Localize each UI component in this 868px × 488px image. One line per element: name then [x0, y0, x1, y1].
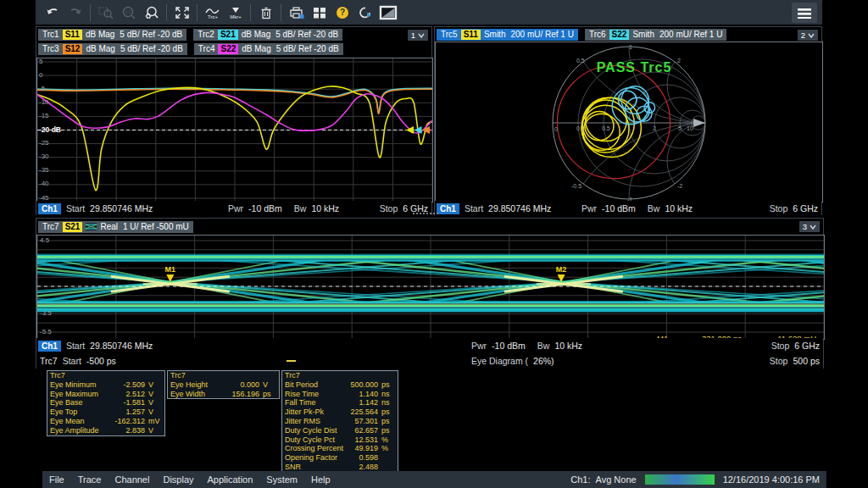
window1-number: 1 — [411, 30, 415, 40]
status-area: Ch1: Avg None 12/16/2019 4:00:16 PM — [570, 474, 820, 485]
table-row: Jitter RMS57.301ps — [282, 417, 398, 426]
trace-format: dB Mag — [242, 30, 270, 39]
menu-item-help[interactable]: Help — [311, 474, 331, 485]
menu-item-display[interactable]: Display — [163, 474, 193, 485]
window3-selector[interactable]: 3 — [799, 221, 820, 232]
trace-format: Real — [100, 222, 118, 231]
smith-reactance-label: -2 — [677, 183, 682, 189]
trace-pill-trc5[interactable]: Trc5S11Smith200 mU/ Ref 1 U — [437, 29, 578, 41]
trace-label-row-2: Trc3S12dB Mag5 dB/ Ref -20 dBTrc4S22dB M… — [36, 42, 431, 56]
window1-selector[interactable]: 1 — [408, 30, 428, 41]
stop-value: 6 GHz — [794, 341, 820, 351]
trace-id: Trc3 — [42, 44, 59, 53]
table-row: Crossing Percent49.919% — [282, 444, 398, 453]
status-avg-label: Avg None — [596, 474, 637, 485]
sparam-badge: S21 — [63, 222, 83, 232]
trace-pill-trc6[interactable]: Trc6S22Smith200 mU/ Ref 1 U — [585, 29, 726, 41]
smith-chart-plot[interactable]: 00.20.5125100.512-0.5-1-2 — [435, 42, 823, 202]
menu-button[interactable] — [792, 3, 817, 23]
restart-sweep-button[interactable] — [353, 3, 376, 23]
zoom-settings-icon — [144, 6, 159, 19]
add-trace-button[interactable]: Trc+ — [201, 3, 224, 23]
trace-scale: 5 dB/ Ref -20 dB — [275, 30, 338, 39]
pwr-label: Pwr — [228, 203, 243, 214]
window1-channel-bar[interactable]: Ch1 Start 29.850746 MHz Pwr -10 dBm Bw 1… — [36, 201, 431, 216]
help-button[interactable]: ? — [331, 3, 353, 23]
zoom-selection-button[interactable] — [94, 3, 117, 23]
add-marker-button[interactable]: Mkr+ — [224, 3, 247, 23]
menu-item-file[interactable]: File — [49, 474, 64, 485]
svg-text:1:1: 1:1 — [125, 9, 131, 14]
chevron-down-icon — [810, 225, 816, 230]
undo-button[interactable] — [41, 3, 64, 23]
stop-label: Stop — [770, 203, 788, 214]
zoom-settings-button[interactable] — [140, 3, 163, 23]
trace-format: Smith — [632, 30, 654, 39]
trace-format: dB Mag — [242, 44, 270, 53]
trace-pill-trc1[interactable]: Trc1S11dB Mag5 dB/ Ref -20 dB — [38, 29, 186, 41]
trace-id: Trc5 — [441, 30, 458, 39]
add-marker-icon: Mkr+ — [227, 6, 244, 19]
chevron-down-icon — [808, 33, 815, 38]
smith-axis-arrow — [693, 119, 705, 127]
trace-id: Trc4 — [198, 44, 215, 53]
bw-label: Bw — [294, 203, 307, 214]
table-row: Eye Mean-162.312mV — [47, 417, 164, 426]
trace-pill-trc3[interactable]: Trc3S12dB Mag5 dB/ Ref -20 dB — [38, 43, 187, 55]
trace-id: Trc7 — [42, 222, 59, 231]
trace-format: dB Mag — [86, 30, 114, 39]
print-icon — [288, 6, 305, 19]
window2-selector[interactable]: 2 — [798, 30, 818, 41]
zoom-1to1-button[interactable]: 1:1 — [117, 3, 140, 23]
smith-reactance-label: 2 — [677, 58, 681, 64]
sparam-badge: S11 — [461, 30, 481, 40]
table-row: Fall Time1.142ns — [282, 398, 398, 408]
table-row: Eye Base-1.581V — [47, 398, 164, 408]
menu-item-system[interactable]: System — [266, 474, 298, 485]
table-row: Duty Cycle Dist62.657ps — [282, 426, 398, 435]
window-splitter-handle[interactable] — [413, 213, 438, 214]
trace-id: Trc1 — [42, 30, 59, 39]
trace-pill-trc7[interactable]: Trc7S21Real1 U/ Ref -500 mU — [38, 221, 193, 233]
trace-id: Trc2 — [198, 30, 214, 39]
table-row: Opening Factor0.598 — [282, 453, 398, 463]
start-value: 29.850746 MHz — [488, 203, 551, 214]
sparam-badge: S21 — [218, 30, 238, 40]
window3-trace-bar[interactable]: Trc7 Start -500 ps Eye Diagram ( 26%) St… — [36, 353, 823, 369]
start-label: Start — [66, 203, 85, 214]
menu-item-channel[interactable]: Channel — [114, 474, 149, 485]
status-channel-label: Ch1: — [570, 474, 590, 485]
ref-level-arrow[interactable] — [431, 126, 434, 134]
delete-button[interactable] — [254, 3, 277, 23]
start-value: -500 ps — [86, 356, 116, 366]
fullscreen-button[interactable] — [170, 3, 193, 23]
sparam-badge: S11 — [63, 30, 82, 40]
menu-item-application[interactable]: Application — [208, 474, 253, 485]
window2-channel-bar[interactable]: Ch1 Start 29.850746 MHz Pwr -10 dBm Bw 1… — [435, 201, 821, 216]
channel-badge: Ch1 — [38, 341, 61, 352]
pwr-label: Pwr — [471, 341, 487, 351]
screenshot-button[interactable] — [376, 3, 399, 23]
eye-diagram-plot[interactable]: M1M2 — [36, 235, 825, 340]
menu-item-trace[interactable]: Trace — [78, 474, 102, 485]
eye-diagram-status-label: Eye Diagram ( — [471, 356, 528, 366]
bottom-bar: FileTraceChannelDisplayApplicationSystem… — [42, 471, 826, 488]
window2-number: 2 — [801, 30, 805, 40]
trace-scale: 5 dB/ Ref -20 dB — [276, 44, 339, 53]
trace-format: Smith — [484, 30, 506, 39]
print-button[interactable] — [285, 3, 308, 23]
magnitude-plot[interactable] — [36, 58, 433, 202]
stop-label: Stop — [771, 341, 790, 351]
windows-button[interactable] — [308, 3, 331, 23]
smith-axis-label: 0 — [554, 126, 558, 132]
table-title: Trc7 — [282, 371, 398, 380]
channel-badge: Ch1 — [437, 203, 459, 214]
start-value: 29.850746 MHz — [90, 341, 153, 351]
redo-button[interactable] — [64, 3, 86, 23]
trace-pill-trc2[interactable]: Trc2S21dB Mag5 dB/ Ref -20 dB — [193, 29, 342, 41]
undo-icon — [45, 6, 60, 19]
window3-channel-bar[interactable]: Ch1 Start 29.850746 MHz Pwr -10 dBm Bw 1… — [36, 338, 823, 353]
zoom-selection-icon — [98, 6, 114, 19]
trace-id: Trc6 — [589, 30, 606, 39]
trace-pill-trc4[interactable]: Trc4S22dB Mag5 dB/ Ref -20 dB — [194, 43, 343, 55]
